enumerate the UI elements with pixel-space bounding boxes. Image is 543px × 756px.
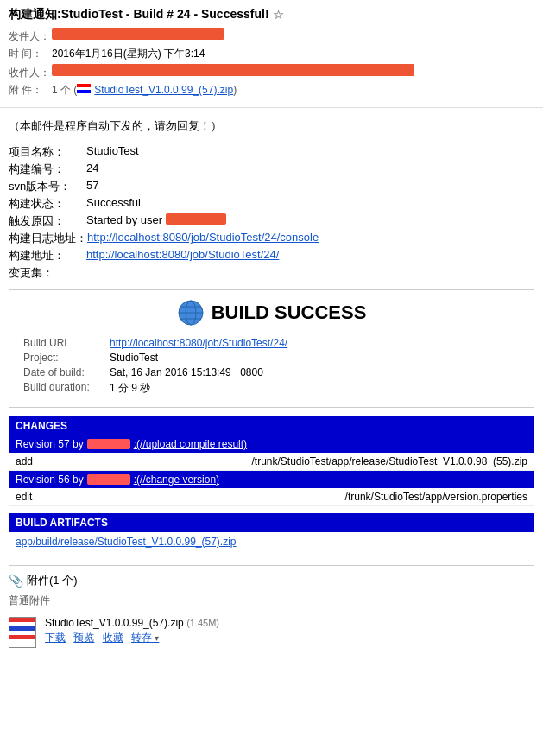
build-success-header: BUILD SUCCESS	[9, 290, 534, 332]
build-details: Build URL http://localhost:8080/job/Stud…	[9, 332, 534, 407]
auto-notice: （本邮件是程序自动下发的，请勿回复！）	[9, 118, 534, 134]
transfer-link[interactable]: 转存 ▾	[131, 632, 159, 644]
build-num-row: 构建编号： 24	[9, 162, 534, 177]
flag-icon	[77, 84, 91, 93]
recipient-redacted	[52, 64, 414, 76]
change-path-1: /trunk/StudioTest/app/version.properties	[59, 491, 527, 503]
revision-56-link[interactable]: :(//change version)	[134, 473, 219, 486]
sender-label: 发件人：	[9, 29, 52, 44]
subject-text: 构建通知:StudioTest - Build # 24 - Successfu…	[9, 7, 269, 22]
change-row-0: add /trunk/StudioTest/app/release/Studio…	[9, 453, 534, 471]
build-addr-row: 构建地址： http://localhost:8080/job/StudioTe…	[9, 248, 534, 264]
build-project-label: Project:	[23, 352, 110, 364]
artifact-link[interactable]: app/build/release/StudioTest_V1.0.0.99_(…	[9, 532, 534, 551]
build-date-row: Date of build: Sat, 16 Jan 2016 15:13:49…	[23, 366, 520, 378]
change-action-1: edit	[16, 491, 59, 503]
build-success-section: BUILD SUCCESS Build URL http://localhost…	[9, 289, 534, 408]
stripe-6	[9, 639, 35, 644]
trigger-label: 触发原因：	[9, 213, 86, 229]
file-name-text: StudioTest_V1.0.0.99_(57).zip	[45, 617, 184, 629]
paperclip-icon: 📎	[9, 574, 23, 588]
email-header: 构建通知:StudioTest - Build # 24 - Successfu…	[0, 0, 543, 108]
revision-57-link[interactable]: :(//upload compile result)	[134, 438, 247, 450]
changes-section: CHANGES Revision 57 by :(//upload compil…	[9, 416, 534, 506]
build-duration-value: 1 分 9 秒	[110, 381, 150, 396]
attachments-title-text: 附件(1 个)	[27, 573, 78, 588]
change-action-0: add	[16, 455, 59, 467]
build-addr-link[interactable]: http://localhost:8080/job/StudioTest/24/	[86, 248, 279, 264]
time-row: 时 间： 2016年1月16日(星期六) 下午3:14	[9, 47, 534, 61]
favorite-link[interactable]: 收藏	[103, 632, 123, 644]
build-success-text: BUILD SUCCESS	[212, 302, 367, 324]
project-row: 项目名称： StudioTest	[9, 144, 534, 160]
globe-icon	[177, 299, 205, 327]
attachment-label: 附 件：	[9, 83, 52, 98]
build-duration-label: Build duration:	[23, 381, 110, 396]
build-date-value: Sat, 16 Jan 2016 15:13:49 +0800	[110, 366, 263, 378]
recipient-label: 收件人：	[9, 66, 52, 80]
star-icon[interactable]: ☆	[273, 8, 284, 22]
log-link[interactable]: http://localhost:8080/job/StudioTest/24/…	[87, 231, 319, 246]
project-value: StudioTest	[86, 144, 139, 160]
attachment-row: 附 件： 1 个 ( StudioTest_V1.0.0.99_(57).zip…	[9, 83, 534, 98]
build-addr-label: 构建地址：	[9, 248, 86, 264]
svn-label: svn版本号：	[9, 179, 86, 194]
change-path-0: /trunk/StudioTest/app/release/StudioTest…	[59, 455, 527, 467]
file-icon-stripes	[9, 618, 35, 647]
sender-row: 发件人：	[9, 28, 534, 44]
file-size: (1.45M)	[186, 618, 219, 628]
revision-57-label: Revision 57 by	[16, 438, 84, 450]
revision-56-label: Revision 56 by	[16, 473, 84, 486]
recipient-row: 收件人：	[9, 64, 534, 80]
revision-57-header: Revision 57 by :(//upload compile result…	[9, 435, 534, 453]
build-num-label: 构建编号：	[9, 162, 86, 177]
file-name: StudioTest_V1.0.0.99_(57).zip (1.45M)	[45, 617, 534, 629]
build-state-label: 构建状态：	[9, 196, 86, 212]
file-actions: 下载 预览 收藏 转存 ▾	[45, 631, 534, 645]
trigger-redacted	[166, 213, 226, 225]
file-icon	[9, 617, 36, 648]
attachments-title: 📎 附件(1 个)	[9, 573, 534, 588]
email-container: 构建通知:StudioTest - Build # 24 - Successfu…	[0, 0, 543, 756]
svn-value: 57	[86, 179, 98, 194]
artifacts-header: BUILD ARTIFACTS	[9, 513, 534, 532]
section-divider	[9, 565, 534, 566]
build-num-value: 24	[86, 162, 98, 177]
subject-line: 构建通知:StudioTest - Build # 24 - Successfu…	[9, 7, 534, 22]
time-label: 时 间：	[9, 47, 52, 61]
build-date-label: Date of build:	[23, 366, 110, 378]
attachment-count: 1 个	[52, 83, 71, 98]
attachment-file-link[interactable]: StudioTest_V1.0.0.99_(57).zip	[94, 84, 233, 96]
attachment-item: StudioTest_V1.0.0.99_(57).zip (1.45M) 下载…	[9, 613, 534, 651]
changes-header: CHANGES	[9, 416, 534, 435]
log-label: 构建日志地址：	[9, 231, 87, 246]
revision-56-header: Revision 56 by :(//change version)	[9, 471, 534, 488]
trigger-row: 触发原因： Started by user	[9, 213, 534, 229]
log-row: 构建日志地址： http://localhost:8080/job/Studio…	[9, 231, 534, 246]
download-link[interactable]: 下载	[45, 632, 66, 644]
attachments-type-label: 普通附件	[9, 594, 534, 608]
build-state-value: Successful	[86, 196, 141, 212]
build-url-row: Build URL http://localhost:8080/job/Stud…	[23, 337, 520, 349]
dropdown-icon: ▾	[155, 633, 159, 643]
build-duration-row: Build duration: 1 分 9 秒	[23, 381, 520, 396]
sender-redacted	[52, 28, 224, 40]
build-project-row: Project: StudioTest	[23, 352, 520, 364]
time-value: 2016年1月16日(星期六) 下午3:14	[52, 47, 205, 61]
preview-link[interactable]: 预览	[73, 632, 94, 644]
file-info: StudioTest_V1.0.0.99_(57).zip (1.45M) 下载…	[45, 617, 534, 645]
project-label: 项目名称：	[9, 144, 86, 160]
revision-56-author	[87, 474, 130, 485]
trigger-prefix: Started by user	[86, 213, 162, 229]
artifacts-section: BUILD ARTIFACTS app/build/release/Studio…	[9, 513, 534, 551]
build-project-value: StudioTest	[110, 352, 158, 364]
info-table: 项目名称： StudioTest 构建编号： 24 svn版本号： 57 构建状…	[9, 144, 534, 281]
revision-57-author	[87, 439, 130, 449]
build-url-link[interactable]: http://localhost:8080/job/StudioTest/24/	[110, 337, 287, 349]
changes-label: 变更集：	[9, 265, 86, 281]
change-row-1: edit /trunk/StudioTest/app/version.prope…	[9, 488, 534, 506]
email-body: （本邮件是程序自动下发的，请勿回复！） 项目名称： StudioTest 构建编…	[0, 108, 543, 662]
changes-label-row: 变更集：	[9, 265, 534, 281]
svn-row: svn版本号： 57	[9, 179, 534, 194]
build-url-label: Build URL	[23, 337, 110, 349]
